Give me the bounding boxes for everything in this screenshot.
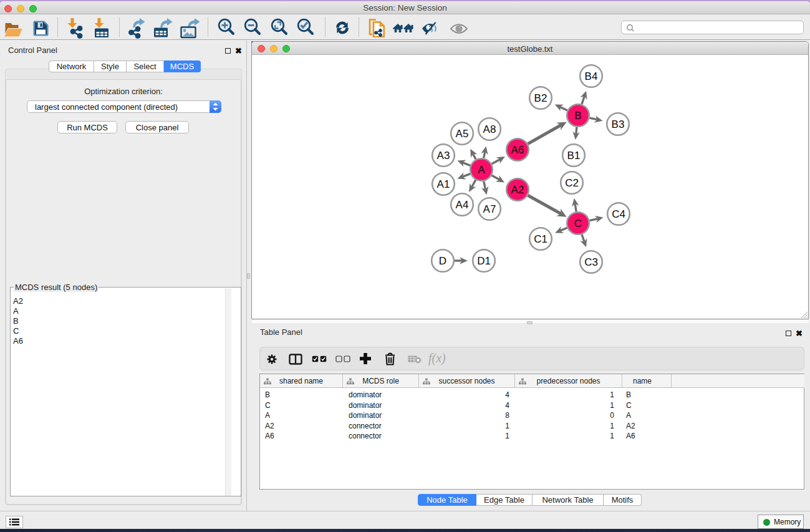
svg-text:B2: B2	[534, 92, 547, 104]
svg-text:A8: A8	[483, 123, 496, 135]
svg-text:A3: A3	[437, 150, 450, 162]
svg-text:D1: D1	[477, 255, 491, 267]
svg-text:C4: C4	[612, 208, 625, 220]
svg-text:A6: A6	[511, 144, 524, 156]
svg-text:C2: C2	[565, 177, 579, 189]
svg-text:A4: A4	[456, 199, 469, 211]
svg-text:B: B	[574, 110, 581, 122]
svg-text:A2: A2	[511, 184, 524, 196]
svg-text:B3: B3	[612, 118, 625, 130]
svg-text:A7: A7	[483, 203, 496, 215]
svg-text:A5: A5	[456, 128, 469, 140]
svg-text:C: C	[574, 218, 582, 230]
svg-text:C1: C1	[534, 233, 547, 245]
svg-text:B1: B1	[567, 150, 581, 162]
svg-text:C3: C3	[584, 256, 598, 268]
svg-text:A1: A1	[437, 178, 450, 190]
svg-text:D: D	[439, 255, 446, 267]
svg-text:A: A	[478, 164, 485, 176]
svg-text:B4: B4	[585, 70, 598, 82]
